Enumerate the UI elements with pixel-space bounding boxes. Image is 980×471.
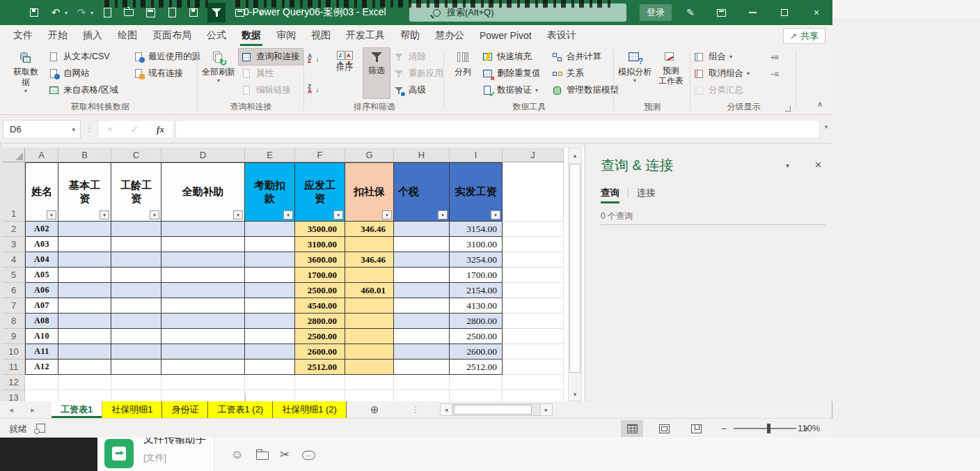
row-number[interactable]: 7	[3, 298, 25, 314]
ribbon-tab-开发工具[interactable]: 开发工具	[338, 25, 393, 46]
ribbon-tab-数据[interactable]: 数据	[234, 25, 269, 46]
send-file-icon[interactable]	[256, 451, 269, 460]
grid-cell[interactable]	[503, 283, 564, 298]
grid-cell[interactable]	[394, 375, 450, 390]
grid-cell[interactable]: A12	[25, 360, 58, 375]
grid-cell[interactable]	[58, 298, 111, 314]
grid-cell[interactable]	[503, 237, 564, 252]
grid-cell[interactable]	[25, 390, 58, 401]
grid-cell[interactable]: 2800.00	[295, 314, 345, 329]
grid-cell[interactable]	[58, 360, 111, 375]
grid-cell[interactable]	[111, 298, 161, 314]
grid-cell[interactable]	[161, 252, 245, 268]
cancel-entry-icon[interactable]: ×	[107, 124, 113, 134]
ribbon-tab-插入[interactable]: 插入	[75, 25, 110, 46]
consolidate-button[interactable]: 合并计算	[552, 49, 601, 65]
column-header-D[interactable]: D	[161, 148, 245, 162]
reapply-button[interactable]: 重新应用	[394, 65, 443, 82]
grid-cell[interactable]	[161, 283, 245, 298]
filter-button[interactable]: ▾	[47, 210, 56, 219]
grid-cell[interactable]	[58, 329, 111, 344]
grid-cell[interactable]: 3100.00	[295, 237, 345, 252]
text-to-columns-button[interactable]: 分列	[448, 48, 478, 100]
filter-button[interactable]: ▾	[491, 210, 500, 219]
grid-cell[interactable]	[295, 390, 345, 401]
grid-cell[interactable]	[161, 298, 245, 314]
filter-button[interactable]: ▾	[382, 210, 392, 219]
grid-cell[interactable]	[503, 314, 564, 329]
grid-cell[interactable]	[345, 360, 394, 375]
grid-cell[interactable]	[503, 252, 564, 268]
formula-input[interactable]	[175, 120, 820, 139]
grid-cell[interactable]	[245, 237, 295, 252]
name-box-dropdown-icon[interactable]: ▾	[72, 126, 75, 133]
grid-cell[interactable]	[58, 375, 111, 390]
scroll-up-icon[interactable]: ▴	[569, 148, 581, 162]
filter-button[interactable]: ▾	[150, 210, 159, 219]
grid-cell[interactable]: 1700.00	[450, 268, 503, 283]
grid-cell[interactable]	[450, 375, 503, 390]
grid-cell[interactable]: 346.46	[345, 252, 394, 268]
grid-cell[interactable]: 460.01	[345, 283, 394, 298]
ribbon-tab-慧办公[interactable]: 慧办公	[427, 25, 472, 46]
manage-data-model-button[interactable]: 管理数据模型	[552, 82, 619, 98]
grid-cell[interactable]: 4540.00	[295, 298, 345, 314]
remove-duplicates-button[interactable]: × 删除重复值	[482, 65, 541, 82]
grid-cell[interactable]: 4130.00	[450, 298, 503, 314]
grid-cell[interactable]: A02	[25, 222, 58, 237]
sheet-tab-社保明细1 (2)[interactable]: 社保明细1 (2)	[273, 401, 347, 418]
grid-cell[interactable]	[111, 360, 161, 375]
screenshot-scissors-icon[interactable]: ✂	[280, 449, 290, 461]
get-data-button[interactable]: 获取数 据 ▾	[8, 48, 43, 100]
from-table-range-button[interactable]: 来自表格/区域	[49, 82, 118, 98]
grid-cell[interactable]: 3154.00	[450, 222, 503, 237]
filter-button[interactable]: ▾	[233, 210, 243, 219]
grid-cell[interactable]	[58, 390, 111, 401]
grid-cell[interactable]	[345, 390, 394, 401]
data-validation-button[interactable]: ✓ 数据验证 ▾	[482, 82, 538, 98]
ribbon-tab-公式[interactable]: 公式	[199, 25, 234, 46]
grid-cell[interactable]	[58, 283, 111, 298]
column-header-J[interactable]: J	[503, 148, 564, 162]
minimize-button[interactable]	[736, 0, 768, 25]
filter-button[interactable]: 筛选	[363, 48, 390, 98]
grid-cell[interactable]	[345, 268, 394, 283]
sheet-tab-身份证[interactable]: 身份证	[162, 401, 208, 418]
macro-record-icon[interactable]	[36, 424, 45, 433]
row-number[interactable]: 8	[3, 314, 25, 329]
grid-cell[interactable]: A05	[25, 268, 58, 283]
zoom-slider-thumb[interactable]	[767, 424, 770, 433]
row-number[interactable]: 2	[3, 222, 25, 237]
ribbon-tab-文件[interactable]: 文件	[6, 25, 40, 46]
ribbon-tab-Power Pivot[interactable]: Power Pivot	[472, 25, 539, 46]
grid-cell[interactable]: A07	[25, 298, 58, 314]
grid-cell[interactable]	[295, 375, 345, 390]
page-break-view-button[interactable]	[685, 420, 707, 437]
ribbon-tab-审阅[interactable]: 审阅	[269, 25, 303, 46]
filter-toggle-button[interactable]	[207, 3, 226, 22]
properties-button[interactable]: 属性	[239, 65, 276, 82]
grid-cell[interactable]	[245, 344, 295, 360]
tab-scroll-grip[interactable]: ⋮	[411, 401, 420, 418]
grid-cell[interactable]	[111, 222, 161, 237]
grid-cell[interactable]	[345, 298, 394, 314]
ungroup-button[interactable]: 取消组合 ▾	[694, 65, 750, 82]
clear-filter-button[interactable]: 清除	[394, 49, 426, 65]
grid-cell[interactable]	[161, 222, 245, 237]
chat-list-item[interactable]: 文件传输助手 [文件]	[97, 438, 214, 471]
row-number[interactable]: 5	[3, 268, 25, 283]
column-header-A[interactable]: A	[25, 148, 58, 162]
grid-cell[interactable]: A10	[25, 329, 58, 344]
column-header-F[interactable]: F	[295, 148, 345, 162]
share-button[interactable]: ↗ 共享	[783, 28, 825, 44]
grid-cell[interactable]	[394, 298, 450, 314]
zoom-out-icon[interactable]: −	[721, 423, 727, 434]
panel-dropdown-icon[interactable]: ▾	[786, 162, 789, 169]
horizontal-scroll-thumb[interactable]	[454, 405, 532, 415]
grid-cell[interactable]	[161, 314, 245, 329]
grid-cell[interactable]	[394, 344, 450, 360]
row-number[interactable]: 12	[3, 375, 25, 390]
grid-cell[interactable]	[161, 360, 245, 375]
grid-cell[interactable]: 2512.00	[450, 360, 503, 375]
grid-cell[interactable]	[161, 375, 245, 390]
